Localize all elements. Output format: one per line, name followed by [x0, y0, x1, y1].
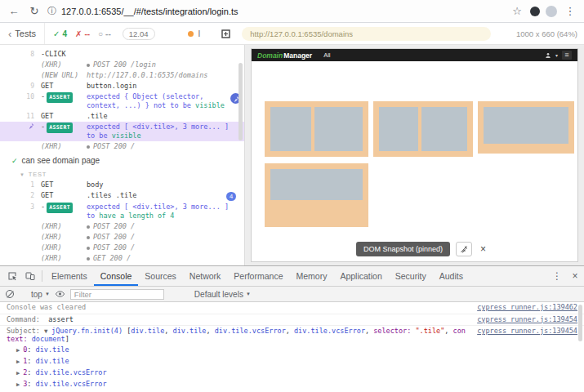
user-icon[interactable]: [545, 52, 551, 59]
app-menu-icon[interactable]: ≡: [562, 51, 572, 60]
selector-playground-icon[interactable]: [221, 29, 230, 38]
context-selector[interactable]: top▼: [31, 290, 50, 299]
command-row[interactable]: 9GETbutton.login: [0, 81, 244, 91]
log-row-xhr[interactable]: (XHR)POST 200 /: [0, 141, 244, 152]
app-tile[interactable]: [265, 163, 368, 227]
chevron-down-icon: ▾: [555, 52, 558, 58]
command-name: GET: [41, 191, 87, 200]
app-navbar: Domain Manager All ▾ ≡: [252, 49, 577, 61]
assert-row[interactable]: 10-ASSERTexpected { Object (selector, co…: [0, 91, 244, 111]
runner-main: 8-CLICK(XHR)POST 200 /login(NEW URL)http…: [0, 45, 584, 265]
profile-avatar[interactable]: [546, 6, 557, 17]
devtools-tab-application[interactable]: Application: [333, 266, 388, 286]
command-row[interactable]: 8-CLICK: [0, 49, 244, 60]
expand-caret-icon[interactable]: ▶: [16, 347, 20, 355]
console-source-link[interactable]: cypress_runner.js:139462: [469, 304, 577, 312]
command-row[interactable]: 11GET.tile: [0, 111, 244, 122]
bookmark-star-icon[interactable]: ☆: [510, 5, 524, 17]
app-logo[interactable]: Manager: [283, 51, 312, 60]
aut-url-text: http://127.0.0.1:6535/domains: [250, 29, 353, 38]
xhr-text: http://127.0.0.1:6535/domains: [87, 71, 241, 80]
devtools-tab-console[interactable]: Console: [94, 266, 139, 286]
tile-content-placeholder: [314, 107, 363, 151]
browser-menu-icon[interactable]: ⋮: [563, 5, 577, 17]
tile-content-placeholder: [484, 107, 568, 144]
log-row-xhr[interactable]: (XHR)POST 200 /: [0, 232, 244, 243]
devtools-tab-sources[interactable]: Sources: [138, 266, 183, 286]
xhr-text: POST 200 /: [87, 142, 241, 151]
expand-caret-icon[interactable]: ▶: [16, 381, 20, 390]
console-message[interactable]: Subject: ▼ jQuery.fn.init(4) [div.tile, …: [0, 326, 584, 345]
tile-content-placeholder: [421, 107, 467, 151]
expand-caret-icon[interactable]: ▶: [16, 359, 20, 367]
app-tile[interactable]: [478, 101, 574, 154]
console-source-link[interactable]: cypress_runner.js:139454: [469, 316, 577, 324]
omnibox[interactable]: ⓘ 127.0.0.1:6535/__/#/tests/integration/…: [47, 5, 504, 17]
text-cursor-icon: I: [198, 29, 201, 38]
app-tile[interactable]: [265, 101, 368, 157]
reload-icon[interactable]: ↻: [27, 5, 42, 17]
devtools-close-icon[interactable]: ×: [566, 266, 584, 286]
app-tile[interactable]: [373, 101, 473, 157]
command-row[interactable]: 2GET.tiles .tile4: [0, 190, 244, 202]
xhr-label: (XHR): [41, 233, 87, 242]
log-row-xhr[interactable]: (XHR)POST 200 /: [0, 243, 244, 253]
devtools-tab-memory[interactable]: Memory: [289, 266, 333, 286]
app-logo-accent[interactable]: Domain: [257, 51, 283, 60]
devtools-tab-network[interactable]: Network: [183, 266, 228, 286]
console-message[interactable]: ▶3: div.tile.vcsError: [0, 379, 584, 390]
yielded-count-badge: 4: [226, 192, 236, 201]
status-dot-icon: [188, 31, 194, 37]
extension-icon[interactable]: [530, 7, 540, 16]
page-info-icon[interactable]: ⓘ: [47, 5, 56, 17]
status-dot: [87, 236, 90, 239]
log-row-xhr[interactable]: (XHR)POST 200 /: [0, 221, 244, 232]
inspect-element-icon[interactable]: [3, 266, 21, 286]
assert-badge: ASSERT: [47, 122, 73, 133]
status-dot: [87, 257, 90, 261]
close-snapshot-button[interactable]: ×: [478, 243, 488, 255]
test-title-text: can see domain page: [22, 156, 100, 165]
device-toolbar-icon[interactable]: [21, 266, 39, 286]
eye-icon[interactable]: [56, 291, 65, 297]
app-nav-all[interactable]: All: [323, 51, 330, 59]
log-levels-dropdown[interactable]: Default levels▼: [194, 290, 251, 299]
xhr-label: (NEW URL): [41, 71, 87, 80]
xhr-label: (XHR): [41, 243, 87, 252]
status-dot: [87, 247, 90, 250]
aut-url-bar[interactable]: http://127.0.0.1:6535/domains: [242, 27, 491, 41]
test-title[interactable]: ✓can see domain page: [0, 152, 244, 168]
devtools-tab-audits[interactable]: Audits: [433, 266, 470, 286]
console-message[interactable]: Console was clearedcypress_runner.js:139…: [0, 302, 584, 314]
console-message[interactable]: ▶2: div.tile.vcsError: [0, 368, 584, 379]
reporter-scrollbar[interactable]: [239, 63, 243, 140]
devtools-tab-security[interactable]: Security: [389, 266, 433, 286]
console-message[interactable]: ▶0: div.tile: [0, 345, 584, 356]
tests-back-button[interactable]: ‹ Tests: [0, 23, 45, 44]
browser-toolbar: ← ↻ ⓘ 127.0.0.1:6535/__/#/tests/integrat…: [0, 0, 584, 23]
console-pane: Console was clearedcypress_runner.js:139…: [0, 302, 584, 392]
url-text: 127.0.0.1:6535/__/#/tests/integration/lo…: [61, 7, 239, 16]
back-icon[interactable]: ←: [7, 5, 21, 17]
assert-row[interactable]: -ASSERTexpected [ <div.tile>, 3 more... …: [0, 122, 244, 141]
log-row-xhr[interactable]: (XHR)GET 200 /: [0, 253, 244, 264]
devtools-tab-performance[interactable]: Performance: [227, 266, 289, 286]
xhr-label: (XHR): [41, 254, 87, 263]
attempt-section-header[interactable]: ▼TEST: [0, 168, 244, 180]
console-filter-input[interactable]: [70, 289, 164, 300]
log-row-xhr[interactable]: (XHR)POST 200 /login: [0, 60, 244, 70]
command-row[interactable]: 1GETbody: [0, 180, 244, 190]
assert-row[interactable]: 3-ASSERTexpected [ <div.tile>, 3 more...…: [0, 202, 244, 221]
console-source-link[interactable]: cypress_runner.js:139454: [469, 327, 577, 336]
expand-caret-icon[interactable]: ▶: [16, 370, 20, 378]
console-scrollbar[interactable]: [578, 305, 582, 341]
devtools-menu-icon[interactable]: ⋮: [548, 266, 566, 286]
test-duration: 12.04: [123, 28, 155, 40]
collapse-caret-icon: ▼: [20, 172, 25, 177]
unpin-snapshot-button[interactable]: [456, 242, 472, 256]
console-message[interactable]: ▶1: div.tile: [0, 356, 584, 368]
console-message[interactable]: Command: assertcypress_runner.js:139454: [0, 314, 584, 327]
clear-console-icon[interactable]: [6, 290, 14, 298]
devtools-tab-elements[interactable]: Elements: [45, 266, 94, 286]
log-row-xhr[interactable]: (NEW URL)http://127.0.0.1:6535/domains: [0, 70, 244, 81]
